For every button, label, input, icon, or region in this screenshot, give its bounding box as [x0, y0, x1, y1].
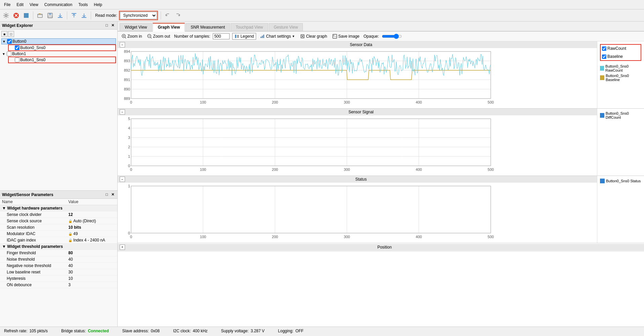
chart-settings-button[interactable]: Chart settings ▼ [259, 33, 296, 39]
legend-rawcount-label[interactable]: RawCount [602, 46, 626, 51]
param-row-idac-gain: IDAC gain index 🔒 Index 4 - 2400 nA [0, 237, 117, 244]
tree-child-button0: Button0_Sns0 [8, 44, 116, 51]
legend-baseline-label[interactable]: Baseline [602, 54, 623, 59]
zoom-in-icon [122, 34, 126, 39]
opaque-label: Opaque: [364, 34, 379, 39]
tree-toggle-button0[interactable]: ▼ [2, 40, 6, 43]
opaque-slider[interactable] [382, 34, 402, 39]
tree-checkbox-button1-sns0[interactable] [15, 58, 19, 62]
params-col-value: Value [66, 199, 117, 205]
export2-icon[interactable] [80, 11, 88, 20]
legend-baseline-checkbox[interactable] [602, 54, 606, 59]
undo-button[interactable] [164, 11, 172, 20]
legend-color-baseline [600, 75, 604, 80]
chart-sensor-signal-body [118, 115, 597, 174]
param-name-idac-gain: IDAC gain index [0, 237, 66, 244]
legend-item-diffcount: Button0_Sns0 DiffCount [600, 111, 641, 119]
import-icon[interactable] [70, 11, 78, 20]
svg-rect-29 [333, 34, 337, 38]
legend-rawcount-checkbox[interactable] [602, 46, 606, 51]
section-threshold-params: ▼ Widget threshold parameters [0, 244, 117, 250]
settings-icon[interactable] [2, 11, 10, 20]
chart-settings-label: Chart settings [266, 34, 291, 39]
save-icon[interactable] [46, 11, 54, 20]
stop-icon[interactable] [12, 11, 20, 20]
tree-item-button1-sns0[interactable]: Button1_Sns0 [8, 57, 116, 63]
we-btn-2[interactable]: □ [8, 31, 14, 37]
svg-rect-7 [49, 13, 51, 15]
chart-status-collapse[interactable]: − [120, 177, 125, 182]
sensor-data-legend-checkboxes: RawCount Baseline [600, 44, 641, 61]
section-thresh-label: Widget threshold parameters [7, 244, 63, 249]
tree-item-button0-sns0[interactable]: Button0_Sns0 [8, 44, 116, 51]
svg-rect-23 [260, 37, 261, 38]
legend-button[interactable]: Legend [232, 33, 256, 40]
param-value-scan-resolution: 10 bits [66, 224, 117, 231]
open-icon[interactable] [36, 11, 44, 20]
panel-restore-btn[interactable]: □ [105, 23, 109, 28]
menu-view[interactable]: View [27, 2, 41, 8]
menu-file[interactable]: File [1, 2, 13, 8]
menu-edit[interactable]: Edit [14, 2, 26, 8]
menu-help[interactable]: Help [91, 2, 105, 8]
tree-checkbox-button0-sns0[interactable] [15, 45, 19, 50]
zoom-out-button[interactable]: Zoom out [146, 33, 171, 39]
tree-item-button0-row[interactable]: ▼ Button0 [1, 38, 116, 44]
param-value-finger-threshold: 80 [66, 250, 117, 256]
tree-item-button1-row[interactable]: ▼ Button1 [1, 51, 116, 57]
chart-sensor-signal-collapse[interactable]: − [120, 109, 125, 115]
param-name-scan-resolution: Scan resolution [0, 224, 66, 231]
params-close-btn[interactable]: ✕ [110, 192, 115, 197]
tab-graph-view[interactable]: Graph View [153, 23, 185, 32]
param-row-modulator-idac: Modulator IDAC 🔒 49 [0, 231, 117, 237]
toolbar-sep-4 [161, 11, 161, 20]
i2c-clock-label: I2C clock: [173, 329, 191, 333]
chart-status-canvas[interactable] [118, 183, 494, 241]
legend-icon [235, 34, 239, 39]
zoom-in-button[interactable]: Zoom in [120, 33, 143, 39]
export-icon[interactable] [56, 11, 64, 20]
tab-widget-view[interactable]: Widget View [120, 23, 152, 31]
legend-label: Legend [240, 34, 254, 39]
tree-toggle-button1[interactable]: ▼ [1, 52, 6, 56]
zoom-out-label: Zoom out [153, 34, 170, 39]
read-mode-select-box: Synchronized [119, 11, 158, 20]
param-value-sense-clock-divider: 12 [66, 212, 117, 218]
status-logging: Logging: OFF [278, 329, 304, 333]
refresh-rate-label: Refresh rate: [4, 329, 27, 333]
num-samples-input[interactable] [213, 33, 230, 39]
clear-graph-button[interactable]: Clear graph [299, 33, 328, 39]
widget-explorer-tree: ■ □ ▼ Button0 Button0_Sns0 [0, 30, 117, 191]
params-col-name: Name [0, 199, 66, 205]
chart-sensor-data-canvas[interactable] [118, 48, 494, 107]
logging-value: OFF [295, 329, 304, 333]
panel-close-btn[interactable]: ✕ [110, 23, 115, 28]
save-image-button[interactable]: Save image [331, 33, 361, 39]
tree-label-button0: Button0 [12, 39, 26, 44]
tab-snr-measurement[interactable]: SNR Measurement [186, 23, 230, 31]
slave-address-value: 0x08 [151, 329, 160, 333]
tree-checkbox-button1[interactable] [7, 51, 11, 56]
param-value-on-debounce: 3 [66, 282, 117, 288]
square-icon[interactable] [22, 11, 30, 20]
legend-text-diffcount: Button0_Sns0 DiffCount [606, 111, 641, 119]
chart-sensor-data-collapse[interactable]: − [120, 42, 125, 47]
param-row-scan-resolution: Scan resolution 10 bits [0, 224, 117, 231]
param-value-low-baseline: 30 [66, 269, 117, 275]
logging-label: Logging: [278, 329, 293, 333]
menu-communication[interactable]: Communication [42, 2, 75, 8]
redo-button[interactable] [174, 11, 182, 20]
chart-sensor-signal-header: − Sensor Signal [118, 109, 597, 115]
params-restore-btn[interactable]: □ [105, 192, 109, 197]
param-value-hysteresis: 10 [66, 275, 117, 282]
section-hw-label: Widget hardware parameters [7, 206, 63, 211]
status-refresh-rate: Refresh rate: 105 pkts/s [4, 329, 48, 333]
tree-checkbox-button0[interactable] [7, 39, 12, 44]
read-mode-label: Read mode: [95, 13, 117, 18]
chart-sensor-signal-canvas[interactable] [118, 115, 494, 174]
we-btn-1[interactable]: ■ [1, 31, 7, 37]
menu-tools[interactable]: Tools [76, 2, 90, 8]
chart-position-expand[interactable]: + [120, 245, 125, 250]
chart-status-title: Status [127, 177, 595, 182]
read-mode-select[interactable]: Synchronized [120, 12, 157, 19]
